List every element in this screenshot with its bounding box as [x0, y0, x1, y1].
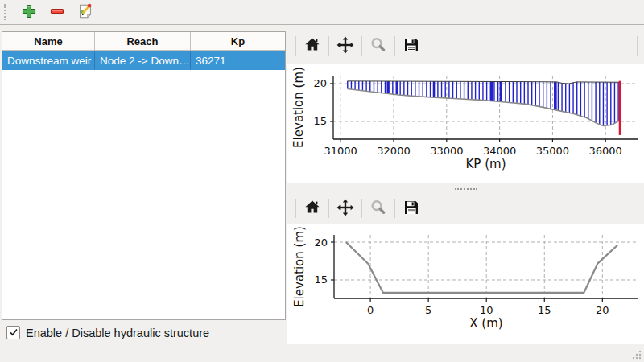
splitter-handle-dots — [455, 188, 477, 190]
main-toolbar — [0, 0, 644, 25]
column-header-reach[interactable]: Reach — [95, 32, 191, 50]
toolbar-separator — [394, 36, 395, 56]
svg-text:X (m): X (m) — [469, 316, 502, 331]
svg-text:20: 20 — [596, 304, 609, 316]
remove-structure-button[interactable] — [47, 2, 68, 23]
pan-button[interactable] — [335, 35, 356, 56]
window-resize-grip[interactable] — [629, 347, 643, 361]
pan-button[interactable] — [335, 198, 356, 219]
profile-chart-toolbar — [287, 31, 644, 61]
column-header-name[interactable]: Name — [2, 32, 95, 50]
zoom-icon — [369, 198, 388, 220]
chart-splitter[interactable] — [287, 183, 644, 195]
save-button[interactable] — [401, 35, 422, 56]
svg-text:Elevation (m): Elevation (m) — [291, 67, 306, 148]
svg-text:15: 15 — [314, 274, 328, 286]
svg-text:15: 15 — [313, 115, 327, 127]
toolbar-separator — [328, 36, 329, 56]
toolbar-separator — [295, 36, 296, 56]
application-window: { "main_toolbar": { "buttons": [ {"label… — [0, 0, 644, 362]
zoom-button[interactable] — [368, 35, 389, 56]
cross-section-chart-canvas[interactable]: 051015201520X (m)Elevation (m) — [287, 224, 644, 344]
toolbar-separator — [361, 36, 362, 56]
toolbar-separator — [394, 199, 395, 218]
toolbar-separator — [637, 36, 638, 56]
svg-text:33000: 33000 — [430, 145, 463, 157]
table-row[interactable]: Downstream weir Node 2 -> Down… 36271 — [2, 51, 285, 70]
home-button[interactable] — [302, 198, 323, 219]
toolbar-separator — [361, 199, 362, 218]
zoom-button[interactable] — [368, 198, 389, 219]
save-button[interactable] — [401, 198, 422, 219]
minus-icon — [48, 2, 66, 23]
edit-icon — [76, 2, 94, 23]
toolbar-separator — [328, 199, 329, 218]
zoom-icon — [369, 35, 388, 57]
svg-text:10: 10 — [480, 304, 493, 316]
home-icon — [303, 198, 322, 220]
svg-text:36000: 36000 — [589, 145, 622, 157]
save-icon — [402, 35, 421, 57]
plus-icon — [20, 2, 38, 23]
cell-kp: 36271 — [191, 51, 285, 70]
toolbar-drag-handle[interactable] — [4, 4, 9, 20]
svg-text:Elevation (m): Elevation (m) — [292, 226, 307, 307]
home-button[interactable] — [302, 35, 323, 56]
checkbox-box[interactable] — [6, 326, 20, 339]
svg-text:32000: 32000 — [377, 145, 410, 157]
svg-text:5: 5 — [425, 304, 431, 316]
add-structure-button[interactable] — [19, 2, 39, 23]
save-icon — [402, 198, 421, 220]
svg-text:31000: 31000 — [324, 145, 357, 157]
check-icon — [9, 326, 19, 340]
svg-text:KP (m): KP (m) — [466, 157, 506, 171]
home-icon — [303, 35, 322, 57]
edit-structure-button[interactable] — [75, 2, 96, 23]
cross-section-chart-toolbar — [287, 195, 644, 222]
svg-text:15: 15 — [538, 304, 551, 316]
svg-text:0: 0 — [367, 304, 374, 316]
checkbox-label: Enable / Disable hydraulic structure — [26, 327, 209, 339]
toolbar-separator — [295, 199, 296, 218]
cell-name: Downstream weir — [2, 51, 95, 70]
structures-table[interactable]: Name Reach Kp Downstream weir Node 2 -> … — [2, 31, 286, 320]
svg-text:20: 20 — [313, 77, 327, 89]
profile-chart-canvas[interactable]: 3100032000330003400035000360001520KP (m)… — [287, 64, 644, 183]
cell-reach: Node 2 -> Down… — [95, 51, 191, 70]
column-header-kp[interactable]: Kp — [191, 32, 285, 50]
table-header: Name Reach Kp — [2, 32, 285, 51]
pan-icon — [336, 35, 355, 57]
enable-structure-checkbox[interactable]: Enable / Disable hydraulic structure — [6, 326, 209, 339]
svg-text:34000: 34000 — [483, 145, 516, 157]
svg-text:20: 20 — [314, 237, 328, 249]
svg-text:35000: 35000 — [536, 145, 569, 157]
pan-icon — [336, 198, 355, 220]
